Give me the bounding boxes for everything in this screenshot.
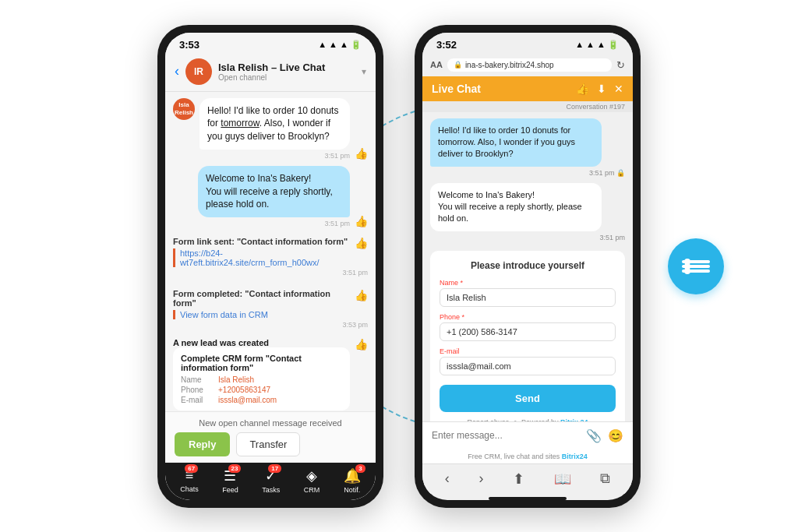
- lead-phone-label: Phone: [181, 386, 215, 394]
- bottom-nav: ≡ 67 Chats ☰ 23 Feed ✓ 17: [165, 463, 376, 500]
- reply-button[interactable]: Reply: [175, 432, 230, 456]
- chat-header: ‹ IR Isla Relish – Live Chat Open channe…: [165, 54, 376, 92]
- conversation-number: Conversation #197: [422, 101, 633, 112]
- time-1: 3:53: [179, 39, 200, 51]
- lead-phone-row: Phone +12005863147: [181, 386, 342, 394]
- contact-avatar: IR: [185, 58, 212, 85]
- lock-icon: 🔒: [454, 61, 462, 69]
- like-icon-1[interactable]: 👍: [355, 147, 368, 160]
- live-input-bar: 📎 😊: [422, 421, 633, 449]
- email-input[interactable]: [440, 357, 616, 375]
- name-label: Name *: [440, 279, 616, 287]
- status-bar-2: 3:52 ▲ ▲ ▲ 🔋: [422, 33, 633, 54]
- intro-form: Please introduce yourself Name * Phone *…: [430, 251, 625, 421]
- crm-text: Free CRM, live chat and sites: [468, 453, 560, 460]
- message-bubble-2: Welcome to Ina's Bakery!You will receive…: [198, 166, 350, 217]
- notif-badge: 3: [355, 464, 365, 473]
- browser-aa[interactable]: AA: [430, 60, 443, 69]
- notif-buttons: Reply Transfer: [175, 432, 366, 456]
- nav-bookmark-icon[interactable]: 📖: [554, 470, 571, 488]
- status-bar-1: 3:53 ▲ ▲ ▲ 🔋: [165, 33, 376, 54]
- nav-forward-icon[interactable]: ›: [478, 470, 483, 487]
- nav-share-icon[interactable]: ⬆: [513, 470, 524, 488]
- refresh-icon[interactable]: ↻: [616, 59, 625, 71]
- lead-email-row: E-mail isssla@mail.com: [181, 396, 342, 404]
- browser-bar: AA 🔒 ina-s-bakery.bitrix24.shop ↻: [422, 54, 633, 76]
- header-chevron[interactable]: ▾: [362, 66, 366, 77]
- feed-badge: 23: [228, 464, 242, 473]
- like-icon-3[interactable]: 👍: [355, 237, 368, 249]
- form-link-url: https://b24-wt7eft.bitrix24.site/crm_for…: [173, 248, 348, 267]
- notification-text: New open channel message received: [175, 418, 366, 428]
- lead-phone-value: +12005863147: [218, 386, 270, 394]
- crm-brand-link[interactable]: Bitrix24: [562, 453, 588, 460]
- nav-crm[interactable]: ◈ CRM: [304, 467, 320, 494]
- crm-icon: ◈: [306, 468, 317, 484]
- url-text: ina-s-bakery.bitrix24.shop: [465, 61, 554, 69]
- nav-chats[interactable]: ≡ 67 Chats: [180, 467, 199, 494]
- like-icon-4[interactable]: 👍: [355, 289, 368, 301]
- nav-tasks[interactable]: ✓ 17 Tasks: [262, 467, 280, 494]
- messages-area: IslaRelish Hello! I'd like to order 10 d…: [165, 92, 376, 411]
- form-link-title: Form link sent: "Contact information for…: [173, 237, 348, 246]
- nav-back-icon[interactable]: ‹: [445, 470, 450, 487]
- input-icons: 📎 😊: [586, 428, 623, 443]
- live-chat-header: Live Chat 👍 ⬇ ✕: [422, 76, 633, 101]
- browser-nav: ‹ › ⬆ 📖 ⧉: [422, 463, 633, 494]
- message-input[interactable]: [432, 430, 586, 441]
- lead-name-value: Isla Relish: [218, 375, 254, 384]
- lead-name-row: Name Isla Relish: [181, 375, 342, 384]
- nav-feed[interactable]: ☰ 23 Feed: [222, 467, 238, 494]
- lead-email-value: isssla@mail.com: [218, 396, 277, 404]
- emoji-icon[interactable]: 😊: [608, 428, 623, 443]
- view-form-link[interactable]: View form data in CRM: [173, 310, 350, 319]
- email-field-group: E-mail: [440, 347, 616, 375]
- phone-browser: 3:52 ▲ ▲ ▲ 🔋 AA 🔒 ina-s-bakery.bitrix24.…: [415, 25, 641, 508]
- bot-bubble: Welcome to Ina's Bakery!You will receive…: [430, 183, 602, 231]
- lead-card-subtitle: Complete CRM form "Contact information f…: [181, 354, 342, 372]
- back-icon[interactable]: ‹: [175, 63, 179, 79]
- phone-field-group: Phone *: [440, 313, 616, 341]
- status-icons-1: ▲ ▲ ▲ 🔋: [318, 40, 362, 50]
- feed-label: Feed: [222, 486, 238, 494]
- system-form-link: Form link sent: "Contact information for…: [173, 237, 368, 277]
- lead-email-label: E-mail: [181, 396, 215, 404]
- live-chat-actions: 👍 ⬇ ✕: [576, 83, 623, 95]
- phone-app: 3:53 ▲ ▲ ▲ 🔋 ‹ IR Isla Relish – Live Cha…: [157, 25, 383, 508]
- system-form-completed: Form completed: "Contact information for…: [173, 289, 368, 329]
- attachment-icon[interactable]: 📎: [586, 428, 602, 443]
- form-completed-title: Form completed: "Contact information for…: [173, 289, 350, 308]
- nav-notif[interactable]: 🔔 3 Notif.: [344, 467, 361, 494]
- name-input[interactable]: [440, 288, 616, 307]
- home-indicator: [489, 497, 567, 500]
- name-field-group: Name *: [440, 279, 616, 307]
- close-icon[interactable]: ✕: [614, 83, 623, 95]
- bot-time: 3:51 pm: [430, 234, 625, 241]
- email-label: E-mail: [440, 347, 616, 355]
- thumb-up-icon[interactable]: 👍: [576, 83, 589, 95]
- url-bar[interactable]: 🔒 ina-s-bakery.bitrix24.shop: [447, 58, 612, 72]
- message-time-1: 3:51 pm: [200, 152, 350, 160]
- status-icons-2: ▲ ▲ ▲ 🔋: [575, 40, 619, 50]
- transfer-button[interactable]: Transfer: [236, 432, 300, 456]
- time-2: 3:52: [436, 39, 457, 51]
- phone-input[interactable]: [440, 322, 616, 341]
- sender-avatar-1: IslaRelish: [173, 98, 195, 120]
- form-completed-time: 3:53 pm: [173, 321, 368, 329]
- like-icon-2[interactable]: 👍: [355, 215, 368, 227]
- form-card-title: Please introduce yourself: [440, 260, 616, 271]
- tasks-label: Tasks: [262, 486, 280, 494]
- notif-label: Notif.: [344, 486, 360, 494]
- nav-tabs-icon[interactable]: ⧉: [600, 470, 610, 487]
- message-bubble-1: Hello! I'd like to order 10 donuts for t…: [200, 98, 350, 150]
- live-messages: Hello! I'd like to order 10 donuts for t…: [422, 112, 633, 421]
- tasks-badge: 17: [268, 464, 281, 473]
- download-icon[interactable]: ⬇: [597, 83, 606, 95]
- lead-title: A new lead was created: [173, 338, 350, 347]
- send-button[interactable]: Send: [440, 385, 616, 412]
- form-link-time: 3:51 pm: [173, 269, 368, 277]
- chats-label: Chats: [180, 485, 199, 493]
- contact-name: Isla Relish – Live Chat: [218, 62, 355, 73]
- like-icon-5[interactable]: 👍: [355, 338, 368, 351]
- lm-customer-msg: Hello! I'd like to order 10 donuts for t…: [430, 118, 625, 177]
